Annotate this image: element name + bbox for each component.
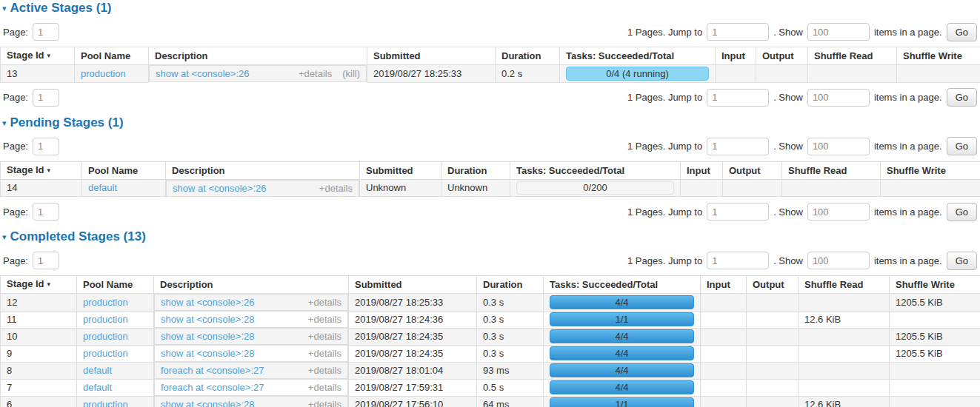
active-stages-table: Stage Id▾Pool NameDescriptionSubmittedDu… bbox=[0, 47, 980, 83]
pagination-bar: Page:1 Pages. Jump to. Showitems in a pa… bbox=[0, 251, 980, 270]
pool-name-link[interactable]: production bbox=[83, 331, 128, 342]
show-count-input[interactable] bbox=[807, 138, 870, 155]
stage-row: 11productionshow at <console>:28+details… bbox=[1, 311, 980, 328]
header-row: Stage Id▾Pool NameDescriptionSubmittedDu… bbox=[1, 276, 980, 294]
details-toggle[interactable]: +details bbox=[308, 297, 341, 308]
description-link[interactable]: show at <console>:28 bbox=[161, 314, 254, 324]
go-button[interactable]: Go bbox=[947, 23, 977, 41]
pool-name-link[interactable]: production bbox=[83, 348, 128, 359]
column-header-shuffle-write[interactable]: Shuffle Write bbox=[881, 161, 980, 179]
page-number-input[interactable] bbox=[33, 252, 59, 269]
go-button[interactable]: Go bbox=[947, 203, 977, 221]
column-header-submitted[interactable]: Submitted bbox=[367, 47, 496, 65]
go-button[interactable]: Go bbox=[947, 137, 977, 155]
column-header-stage-id[interactable]: Stage Id▾ bbox=[1, 161, 82, 179]
column-header-shuffle-read[interactable]: Shuffle Read bbox=[808, 47, 897, 65]
column-header-pool-name[interactable]: Pool Name bbox=[75, 47, 149, 65]
show-count-input[interactable] bbox=[807, 252, 870, 269]
column-header-output[interactable]: Output bbox=[747, 276, 799, 294]
pool-name-link[interactable]: default bbox=[88, 182, 117, 193]
page-number-group: Page: bbox=[3, 252, 59, 269]
page-number-input[interactable] bbox=[33, 23, 59, 41]
details-toggle[interactable]: +details bbox=[299, 68, 332, 79]
jump-to-input[interactable] bbox=[707, 252, 769, 269]
pool-name-link[interactable]: production bbox=[83, 314, 128, 325]
column-header-duration[interactable]: Duration bbox=[477, 276, 544, 294]
column-header-shuffle-write[interactable]: Shuffle Write bbox=[890, 276, 980, 294]
column-header-shuffle-write[interactable]: Shuffle Write bbox=[897, 47, 980, 65]
pool-name-link[interactable]: production bbox=[83, 399, 128, 407]
column-label: Submitted bbox=[366, 165, 413, 176]
tasks-cell: 1/1 bbox=[544, 311, 701, 328]
header-row: Stage Id▾Pool NameDescriptionSubmittedDu… bbox=[1, 161, 980, 179]
description-link[interactable]: foreach at <console>:27 bbox=[161, 366, 264, 375]
description-link[interactable]: show at <console>:28 bbox=[161, 332, 254, 341]
column-header-description[interactable]: Description bbox=[166, 161, 360, 179]
section-heading-active-stages[interactable]: ▾Active Stages (1) bbox=[2, 1, 980, 16]
pool-name-link[interactable]: production bbox=[81, 68, 126, 79]
details-toggle[interactable]: +details bbox=[308, 365, 341, 376]
column-header-submitted[interactable]: Submitted bbox=[349, 276, 477, 294]
description-link[interactable]: foreach at <console>:27 bbox=[161, 383, 264, 392]
column-header-output[interactable]: Output bbox=[756, 47, 808, 65]
go-button[interactable]: Go bbox=[947, 252, 977, 270]
column-header-shuffle-read[interactable]: Shuffle Read bbox=[782, 161, 881, 179]
column-header-input[interactable]: Input bbox=[701, 276, 747, 294]
page-number-input[interactable] bbox=[33, 203, 59, 221]
details-toggle[interactable]: +details bbox=[308, 314, 341, 325]
jump-to-input[interactable] bbox=[707, 89, 769, 107]
jump-to-input[interactable] bbox=[707, 138, 769, 155]
details-toggle[interactable]: +details bbox=[308, 331, 341, 342]
column-header-shuffle-read[interactable]: Shuffle Read bbox=[799, 276, 890, 294]
details-toggle[interactable]: +details bbox=[308, 348, 341, 359]
column-header-stage-id[interactable]: Stage Id▾ bbox=[1, 47, 75, 65]
go-button[interactable]: Go bbox=[947, 88, 977, 107]
description-link[interactable]: show at <console>:26 bbox=[173, 184, 266, 193]
column-header-duration[interactable]: Duration bbox=[441, 161, 510, 179]
column-header-duration[interactable]: Duration bbox=[496, 47, 560, 65]
details-toggle[interactable]: +details bbox=[308, 382, 341, 393]
column-header-pool-name[interactable]: Pool Name bbox=[77, 276, 154, 294]
column-header-stage-id[interactable]: Stage Id▾ bbox=[1, 276, 77, 294]
column-header-tasks-succeeded-total[interactable]: Tasks: Succeeded/Total bbox=[544, 276, 701, 294]
column-header-description[interactable]: Description bbox=[149, 47, 367, 65]
column-header-pool-name[interactable]: Pool Name bbox=[82, 161, 166, 179]
jump-to-input[interactable] bbox=[707, 203, 769, 221]
pool-name-link[interactable]: production bbox=[83, 297, 128, 308]
section-heading-completed-stages[interactable]: ▾Completed Stages (13) bbox=[2, 230, 980, 244]
column-header-input[interactable]: Input bbox=[716, 47, 756, 65]
pool-name-link[interactable]: default bbox=[83, 382, 112, 393]
completed-stages-table: Stage Id▾Pool NameDescriptionSubmittedDu… bbox=[0, 275, 980, 407]
header-row: Stage Id▾Pool NameDescriptionSubmittedDu… bbox=[1, 47, 980, 65]
column-label: Pool Name bbox=[81, 50, 130, 61]
column-header-submitted[interactable]: Submitted bbox=[360, 161, 441, 179]
column-header-input[interactable]: Input bbox=[681, 161, 723, 179]
description-link[interactable]: show at <console>:28 bbox=[161, 400, 254, 407]
description-link[interactable]: show at <console>:28 bbox=[161, 349, 254, 358]
description-link[interactable]: show at <console>:26 bbox=[161, 297, 254, 307]
show-count-input[interactable] bbox=[807, 23, 870, 41]
kill-link[interactable]: (kill) bbox=[342, 68, 360, 79]
column-header-output[interactable]: Output bbox=[723, 161, 782, 179]
shuffle-write-cell bbox=[890, 396, 980, 407]
page-number-input[interactable] bbox=[33, 138, 59, 155]
details-toggle[interactable]: +details bbox=[319, 183, 353, 194]
column-header-tasks-succeeded-total[interactable]: Tasks: Succeeded/Total bbox=[510, 161, 681, 179]
column-header-description[interactable]: Description bbox=[154, 276, 349, 294]
details-toggle[interactable]: +details bbox=[308, 399, 341, 407]
page-number-input[interactable] bbox=[33, 89, 59, 107]
tasks-cell: 0/200 bbox=[510, 179, 681, 197]
show-count-input[interactable] bbox=[807, 203, 870, 221]
description-link[interactable]: show at <console>:26 bbox=[156, 69, 249, 78]
jump-to-input[interactable] bbox=[707, 23, 769, 41]
section-heading-pending-stages[interactable]: ▾Pending Stages (1) bbox=[2, 116, 980, 130]
jump-controls: 1 Pages. Jump to. Showitems in a page.Go bbox=[627, 23, 977, 41]
column-header-tasks-succeeded-total[interactable]: Tasks: Succeeded/Total bbox=[560, 47, 716, 65]
pages-info-text: 1 Pages. Jump to bbox=[627, 92, 702, 103]
pagination-bar: Page:1 Pages. Jump to. Showitems in a pa… bbox=[0, 137, 980, 156]
pool-name-link[interactable]: default bbox=[83, 365, 112, 376]
description-actions: +details bbox=[308, 400, 341, 407]
column-label: Shuffle Write bbox=[896, 279, 955, 290]
show-count-input[interactable] bbox=[807, 89, 870, 107]
output-cell bbox=[756, 65, 808, 83]
